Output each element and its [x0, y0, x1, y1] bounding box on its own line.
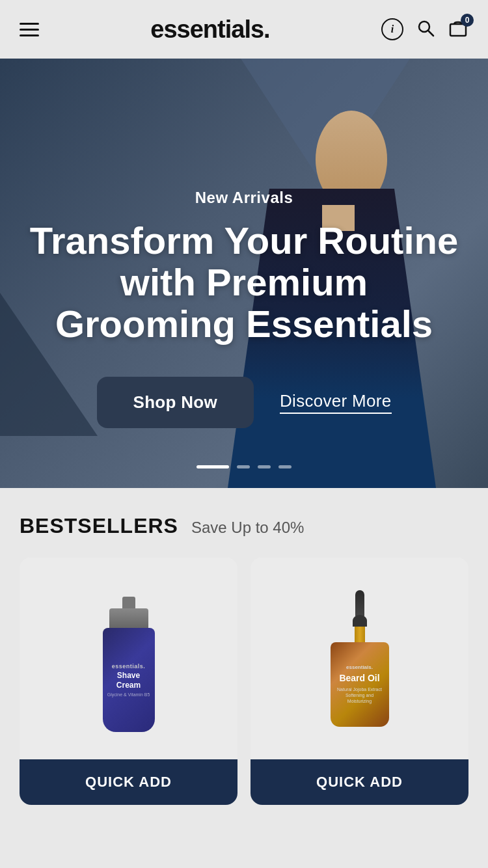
product-card-1: essentials. Shave Cream Glycine & Vitami…	[20, 558, 237, 805]
product-card-2: essentials. Beard Oil Natural Jojoba Ext…	[251, 558, 468, 805]
bestsellers-title: BESTSELLERS	[20, 514, 178, 538]
cart-badge: 0	[461, 14, 474, 27]
cart-button[interactable]: 0	[448, 18, 468, 41]
discover-more-button[interactable]: Discover More	[280, 391, 392, 414]
carousel-dot-2[interactable]	[237, 465, 250, 468]
beard-oil-image: essentials. Beard Oil Natural Jojoba Ext…	[327, 590, 392, 733]
svg-point-0	[419, 21, 429, 32]
hero-title: Transform Your Routine with Premium Groo…	[26, 220, 462, 344]
product-2-desc: Natural Jojoba Extract Softening and Moi…	[336, 686, 384, 704]
hero-content: New Arrivals Transform Your Routine with…	[0, 189, 488, 428]
quick-add-button-1[interactable]: QUICK ADD	[20, 759, 237, 805]
hero-actions: Shop Now Discover More	[26, 377, 462, 428]
product-1-name: Shave Cream	[106, 671, 152, 690]
carousel-dot-1[interactable]	[197, 465, 229, 468]
products-row: essentials. Shave Cream Glycine & Vitami…	[20, 558, 468, 805]
header-left	[20, 23, 39, 36]
quick-add-button-2[interactable]: QUICK ADD	[251, 759, 468, 805]
hamburger-menu-button[interactable]	[20, 23, 39, 36]
bestsellers-section: BESTSELLERS Save Up to 40% essentials. S…	[0, 488, 488, 824]
svg-line-1	[429, 31, 434, 36]
carousel-dot-3[interactable]	[258, 465, 271, 468]
product-2-brand: essentials.	[346, 664, 373, 670]
hero-banner: New Arrivals Transform Your Routine with…	[0, 59, 488, 488]
product-1-brand: essentials.	[112, 663, 146, 670]
product-1-desc: Glycine & Vitamin B5	[107, 692, 150, 697]
header: essentials. i 0	[0, 0, 488, 59]
bestsellers-subtitle: Save Up to 40%	[191, 519, 304, 537]
product-2-name: Beard Oil	[339, 673, 379, 684]
header-right: i 0	[381, 18, 468, 41]
shave-cream-image: essentials. Shave Cream Glycine & Vitami…	[96, 597, 161, 727]
hero-subtitle: New Arrivals	[26, 189, 462, 207]
shop-now-button[interactable]: Shop Now	[97, 377, 254, 428]
logo[interactable]: essentials.	[150, 16, 269, 44]
product-image-area-2: essentials. Beard Oil Natural Jojoba Ext…	[251, 558, 468, 759]
carousel-dots	[197, 465, 291, 468]
product-image-area-1: essentials. Shave Cream Glycine & Vitami…	[20, 558, 237, 759]
search-icon[interactable]	[416, 19, 435, 40]
bestsellers-header: BESTSELLERS Save Up to 40%	[20, 514, 468, 538]
info-icon[interactable]: i	[381, 18, 403, 40]
carousel-dot-4[interactable]	[278, 465, 291, 468]
